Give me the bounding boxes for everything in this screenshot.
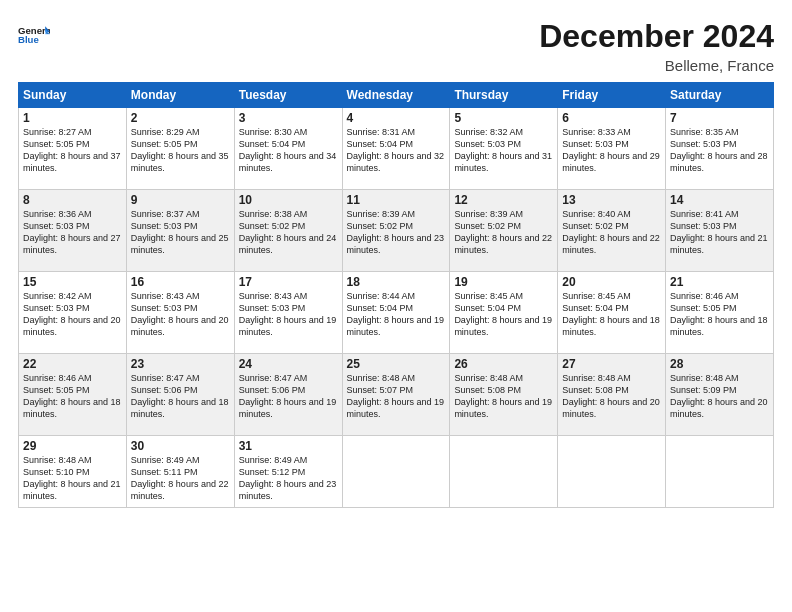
calendar-cell: 1Sunrise: 8:27 AMSunset: 5:05 PMDaylight… (19, 108, 127, 190)
cell-info: Sunrise: 8:38 AMSunset: 5:02 PMDaylight:… (239, 208, 338, 257)
cell-info: Sunrise: 8:39 AMSunset: 5:02 PMDaylight:… (454, 208, 553, 257)
cell-info: Sunrise: 8:42 AMSunset: 5:03 PMDaylight:… (23, 290, 122, 339)
calendar-cell: 10Sunrise: 8:38 AMSunset: 5:02 PMDayligh… (234, 190, 342, 272)
location: Belleme, France (539, 57, 774, 74)
cell-info: Sunrise: 8:48 AMSunset: 5:08 PMDaylight:… (454, 372, 553, 421)
cell-info: Sunrise: 8:49 AMSunset: 5:11 PMDaylight:… (131, 454, 230, 503)
svg-text:Blue: Blue (18, 34, 39, 45)
calendar-cell: 23Sunrise: 8:47 AMSunset: 5:06 PMDayligh… (126, 354, 234, 436)
calendar-cell: 16Sunrise: 8:43 AMSunset: 5:03 PMDayligh… (126, 272, 234, 354)
day-number: 9 (131, 193, 230, 207)
day-number: 22 (23, 357, 122, 371)
calendar-cell: 8Sunrise: 8:36 AMSunset: 5:03 PMDaylight… (19, 190, 127, 272)
cell-info: Sunrise: 8:49 AMSunset: 5:12 PMDaylight:… (239, 454, 338, 503)
day-number: 13 (562, 193, 661, 207)
calendar-cell (450, 436, 558, 508)
calendar-cell: 9Sunrise: 8:37 AMSunset: 5:03 PMDaylight… (126, 190, 234, 272)
day-number: 6 (562, 111, 661, 125)
day-number: 7 (670, 111, 769, 125)
header: General Blue December 2024 Belleme, Fran… (18, 18, 774, 74)
cell-info: Sunrise: 8:48 AMSunset: 5:07 PMDaylight:… (347, 372, 446, 421)
calendar-header-friday: Friday (558, 83, 666, 108)
cell-info: Sunrise: 8:46 AMSunset: 5:05 PMDaylight:… (670, 290, 769, 339)
calendar-cell (666, 436, 774, 508)
day-number: 19 (454, 275, 553, 289)
cell-info: Sunrise: 8:46 AMSunset: 5:05 PMDaylight:… (23, 372, 122, 421)
calendar-header-wednesday: Wednesday (342, 83, 450, 108)
cell-info: Sunrise: 8:36 AMSunset: 5:03 PMDaylight:… (23, 208, 122, 257)
calendar-cell: 15Sunrise: 8:42 AMSunset: 5:03 PMDayligh… (19, 272, 127, 354)
calendar-cell: 26Sunrise: 8:48 AMSunset: 5:08 PMDayligh… (450, 354, 558, 436)
calendar-cell (558, 436, 666, 508)
calendar-cell: 25Sunrise: 8:48 AMSunset: 5:07 PMDayligh… (342, 354, 450, 436)
cell-info: Sunrise: 8:29 AMSunset: 5:05 PMDaylight:… (131, 126, 230, 175)
page: General Blue December 2024 Belleme, Fran… (0, 0, 792, 612)
cell-info: Sunrise: 8:43 AMSunset: 5:03 PMDaylight:… (239, 290, 338, 339)
cell-info: Sunrise: 8:37 AMSunset: 5:03 PMDaylight:… (131, 208, 230, 257)
cell-info: Sunrise: 8:43 AMSunset: 5:03 PMDaylight:… (131, 290, 230, 339)
calendar-cell: 20Sunrise: 8:45 AMSunset: 5:04 PMDayligh… (558, 272, 666, 354)
calendar-cell: 21Sunrise: 8:46 AMSunset: 5:05 PMDayligh… (666, 272, 774, 354)
calendar-cell: 17Sunrise: 8:43 AMSunset: 5:03 PMDayligh… (234, 272, 342, 354)
logo-image: General Blue (18, 18, 50, 50)
day-number: 31 (239, 439, 338, 453)
calendar-cell: 24Sunrise: 8:47 AMSunset: 5:06 PMDayligh… (234, 354, 342, 436)
day-number: 26 (454, 357, 553, 371)
calendar-cell: 14Sunrise: 8:41 AMSunset: 5:03 PMDayligh… (666, 190, 774, 272)
cell-info: Sunrise: 8:45 AMSunset: 5:04 PMDaylight:… (454, 290, 553, 339)
calendar-cell: 31Sunrise: 8:49 AMSunset: 5:12 PMDayligh… (234, 436, 342, 508)
day-number: 15 (23, 275, 122, 289)
calendar-cell: 7Sunrise: 8:35 AMSunset: 5:03 PMDaylight… (666, 108, 774, 190)
day-number: 21 (670, 275, 769, 289)
calendar-header-saturday: Saturday (666, 83, 774, 108)
cell-info: Sunrise: 8:48 AMSunset: 5:08 PMDaylight:… (562, 372, 661, 421)
day-number: 24 (239, 357, 338, 371)
day-number: 27 (562, 357, 661, 371)
day-number: 28 (670, 357, 769, 371)
calendar-cell: 18Sunrise: 8:44 AMSunset: 5:04 PMDayligh… (342, 272, 450, 354)
cell-info: Sunrise: 8:30 AMSunset: 5:04 PMDaylight:… (239, 126, 338, 175)
calendar-cell (342, 436, 450, 508)
calendar-cell: 5Sunrise: 8:32 AMSunset: 5:03 PMDaylight… (450, 108, 558, 190)
day-number: 12 (454, 193, 553, 207)
cell-info: Sunrise: 8:48 AMSunset: 5:10 PMDaylight:… (23, 454, 122, 503)
calendar-cell: 6Sunrise: 8:33 AMSunset: 5:03 PMDaylight… (558, 108, 666, 190)
calendar-cell: 11Sunrise: 8:39 AMSunset: 5:02 PMDayligh… (342, 190, 450, 272)
calendar-cell: 30Sunrise: 8:49 AMSunset: 5:11 PMDayligh… (126, 436, 234, 508)
day-number: 1 (23, 111, 122, 125)
calendar-cell: 4Sunrise: 8:31 AMSunset: 5:04 PMDaylight… (342, 108, 450, 190)
cell-info: Sunrise: 8:33 AMSunset: 5:03 PMDaylight:… (562, 126, 661, 175)
cell-info: Sunrise: 8:44 AMSunset: 5:04 PMDaylight:… (347, 290, 446, 339)
cell-info: Sunrise: 8:41 AMSunset: 5:03 PMDaylight:… (670, 208, 769, 257)
day-number: 10 (239, 193, 338, 207)
day-number: 25 (347, 357, 446, 371)
month-title: December 2024 (539, 18, 774, 55)
day-number: 5 (454, 111, 553, 125)
cell-info: Sunrise: 8:48 AMSunset: 5:09 PMDaylight:… (670, 372, 769, 421)
calendar-cell: 19Sunrise: 8:45 AMSunset: 5:04 PMDayligh… (450, 272, 558, 354)
day-number: 29 (23, 439, 122, 453)
day-number: 11 (347, 193, 446, 207)
calendar-cell: 13Sunrise: 8:40 AMSunset: 5:02 PMDayligh… (558, 190, 666, 272)
day-number: 3 (239, 111, 338, 125)
cell-info: Sunrise: 8:45 AMSunset: 5:04 PMDaylight:… (562, 290, 661, 339)
cell-info: Sunrise: 8:27 AMSunset: 5:05 PMDaylight:… (23, 126, 122, 175)
cell-info: Sunrise: 8:47 AMSunset: 5:06 PMDaylight:… (131, 372, 230, 421)
cell-info: Sunrise: 8:40 AMSunset: 5:02 PMDaylight:… (562, 208, 661, 257)
cell-info: Sunrise: 8:39 AMSunset: 5:02 PMDaylight:… (347, 208, 446, 257)
calendar-cell: 28Sunrise: 8:48 AMSunset: 5:09 PMDayligh… (666, 354, 774, 436)
day-number: 23 (131, 357, 230, 371)
calendar-header-tuesday: Tuesday (234, 83, 342, 108)
day-number: 8 (23, 193, 122, 207)
calendar-table: SundayMondayTuesdayWednesdayThursdayFrid… (18, 82, 774, 508)
day-number: 4 (347, 111, 446, 125)
cell-info: Sunrise: 8:31 AMSunset: 5:04 PMDaylight:… (347, 126, 446, 175)
calendar-cell: 12Sunrise: 8:39 AMSunset: 5:02 PMDayligh… (450, 190, 558, 272)
calendar-cell: 22Sunrise: 8:46 AMSunset: 5:05 PMDayligh… (19, 354, 127, 436)
calendar-header-thursday: Thursday (450, 83, 558, 108)
day-number: 18 (347, 275, 446, 289)
calendar-cell: 29Sunrise: 8:48 AMSunset: 5:10 PMDayligh… (19, 436, 127, 508)
day-number: 2 (131, 111, 230, 125)
day-number: 14 (670, 193, 769, 207)
cell-info: Sunrise: 8:35 AMSunset: 5:03 PMDaylight:… (670, 126, 769, 175)
